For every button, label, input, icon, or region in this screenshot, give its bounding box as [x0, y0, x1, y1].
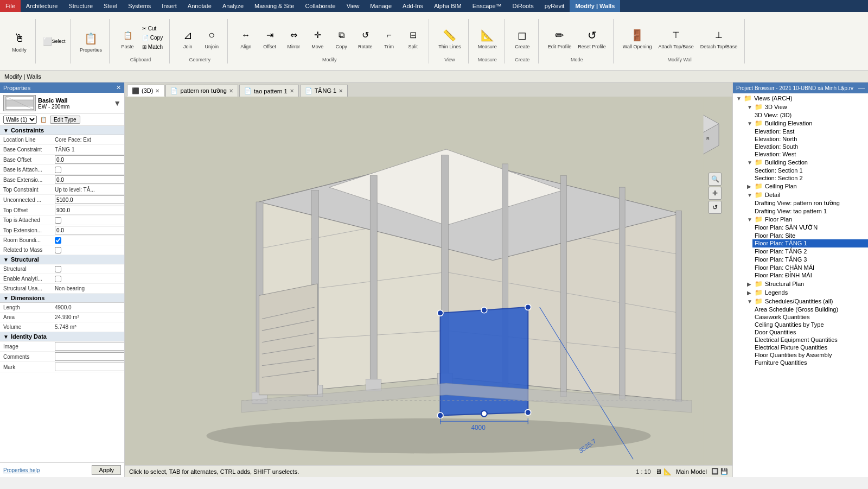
cut-button[interactable]: ✂ Cut — [140, 24, 165, 33]
select-button[interactable]: ⬜Select — [43, 31, 66, 52]
props-close-icon[interactable]: ✕ — [116, 84, 121, 91]
type-dropdown-arrow[interactable]: ▼ — [113, 99, 121, 107]
create-button[interactable]: ◻ Create — [511, 25, 534, 51]
pattern-tab-close[interactable]: ✕ — [229, 88, 233, 94]
detach-top-button[interactable]: ⊥ Detach Top/Base — [698, 25, 740, 51]
offset-button[interactable]: ⇥ Offset — [258, 25, 281, 51]
insert-menu[interactable]: Insert — [156, 0, 182, 12]
structural-header[interactable]: ▼ Structural — [0, 255, 124, 264]
3d-tab-close[interactable]: ✕ — [155, 88, 159, 94]
view-menu[interactable]: View — [341, 0, 365, 12]
pb-item-section2[interactable]: Section: Section 2 — [752, 174, 868, 182]
modify-walls-menu[interactable]: Modify | Walls — [570, 0, 620, 12]
tang1-tab-close[interactable]: ✕ — [339, 88, 343, 94]
pb-item-elec-fixture[interactable]: Electrical Fixture Quantities — [752, 344, 868, 351]
apply-button[interactable]: Apply — [92, 465, 121, 475]
pb-item-west[interactable]: Elevation: West — [752, 150, 868, 158]
addins-menu[interactable]: Add-Ins — [397, 0, 429, 12]
pb-elevation-header[interactable]: ▼ 📁 Building Elevation — [744, 119, 868, 128]
walls-count-select[interactable]: Walls (1) — [3, 116, 37, 124]
pb-item-furniture-qty[interactable]: Furniture Quantities — [752, 359, 868, 366]
image-input[interactable] — [55, 342, 124, 351]
systems-menu[interactable]: Systems — [123, 0, 156, 12]
pb-item-dinh-mai[interactable]: Floor Plan: ĐỈNH MÁI — [752, 271, 868, 280]
room-bounding-checkbox[interactable] — [55, 237, 61, 244]
pb-item-drafting-tao[interactable]: Drafting View: tao pattern 1 — [752, 207, 868, 215]
mark-input[interactable] — [55, 363, 124, 371]
pb-detail-header[interactable]: ▼ 📁 Detail — [744, 190, 868, 199]
steel-menu[interactable]: Steel — [98, 0, 123, 12]
pyrevit-menu[interactable]: pyRevit — [539, 0, 570, 12]
architecture-menu[interactable]: Architecture — [21, 0, 63, 12]
pb-item-casework[interactable]: Casework Quantities — [752, 313, 868, 321]
top-attached-checkbox[interactable] — [55, 217, 61, 224]
view-tab-pattern[interactable]: 📄 pattern ron tường ✕ — [165, 85, 238, 97]
annotate-menu[interactable]: Annotate — [182, 0, 217, 12]
structural-checkbox[interactable] — [55, 266, 61, 272]
properties-help-link[interactable]: Properties help — [3, 467, 40, 473]
move-button[interactable]: ✛ Move — [306, 25, 329, 51]
pb-schedules-header[interactable]: ▼ 📁 Schedules/Quantities (all) — [744, 297, 868, 306]
edit-type-button[interactable]: Edit Type — [50, 116, 80, 124]
related-mass-checkbox[interactable] — [55, 247, 61, 253]
pb-item-east[interactable]: Elevation: East — [752, 128, 868, 135]
pb-item-door-qty[interactable]: Door Quantities — [752, 328, 868, 336]
base-offset-input[interactable] — [55, 155, 124, 164]
unconnected-input[interactable] — [55, 195, 124, 204]
unjoin-button[interactable]: ○ Unjoin — [200, 25, 223, 51]
pb-item-site[interactable]: Floor Plan: Site — [752, 232, 868, 239]
identity-data-header[interactable]: ▼ Identity Data — [0, 332, 124, 341]
analyze-menu[interactable]: Analyze — [217, 0, 249, 12]
pb-item-tang1[interactable]: Floor Plan: TẦNG 1 — [752, 239, 868, 247]
massing-menu[interactable]: Massing & Site — [249, 0, 299, 12]
match-button[interactable]: ⊞ Match — [140, 43, 165, 51]
comments-input[interactable] — [55, 352, 124, 361]
pb-views-header[interactable]: ▼ 📁 Views (ARCH) — [733, 94, 868, 103]
modify-button[interactable]: 🖱 Modify — [8, 28, 31, 54]
pb-section-header[interactable]: ▼ 📁 Building Section — [744, 158, 868, 167]
constraints-header[interactable]: ▼ Constraints — [0, 126, 124, 135]
dimensions-header[interactable]: ▼ Dimensions — [0, 294, 124, 303]
manage-menu[interactable]: Manage — [365, 0, 397, 12]
view-tab-tang1[interactable]: 📄 TẦNG 1 ✕ — [300, 85, 348, 97]
attach-top-button[interactable]: ⊤ Attach Top/Base — [655, 25, 696, 51]
properties-ribbon-button[interactable]: 📋 Properties — [77, 28, 105, 54]
viewport[interactable]: FRONT R L 🔍 ✛ ↺ — [125, 97, 732, 465]
pb-ceiling-header[interactable]: ▶ 📁 Ceiling Plan — [744, 182, 868, 190]
pb-item-south[interactable]: Elevation: South — [752, 143, 868, 150]
view-tab-tao[interactable]: 📄 tao pattern 1 ✕ — [239, 85, 299, 97]
alphabim-menu[interactable]: Alpha BIM — [429, 0, 467, 12]
pb-item-floor-qty[interactable]: Floor Quantities by Assembly — [752, 351, 868, 359]
pb-item-san-vuon[interactable]: Floor Plan: SÂN VƯỜN — [752, 224, 868, 232]
top-offset-input[interactable] — [55, 206, 124, 214]
pb-item-section1[interactable]: Section: Section 1 — [752, 167, 868, 174]
copy-button[interactable]: 📄 Copy — [140, 34, 165, 42]
collaborate-menu[interactable]: Collaborate — [299, 0, 341, 12]
thin-lines-button[interactable]: 📏 Thin Lines — [436, 25, 464, 51]
pb-item-drafting-pattern[interactable]: Drafting View: pattern ron tường — [752, 199, 868, 207]
rotate-button[interactable]: ↺ Rotate — [354, 25, 376, 51]
split-button[interactable]: ⊟ Split — [401, 25, 424, 51]
pb-item-elec-equip[interactable]: Electrical Equipment Quantities — [752, 336, 868, 344]
file-menu[interactable]: File — [0, 0, 21, 12]
trim-button[interactable]: ⌐ Trim — [378, 25, 400, 51]
base-extension-input[interactable] — [55, 175, 124, 184]
enable-analytic-checkbox[interactable] — [55, 276, 61, 282]
structure-menu[interactable]: Structure — [63, 0, 98, 12]
pb-floorplan-header[interactable]: ▼ 📁 Floor Plan — [744, 215, 868, 224]
join-button[interactable]: ⊿ Join — [176, 25, 199, 51]
tao-tab-close[interactable]: ✕ — [290, 88, 294, 94]
enscape-menu[interactable]: Enscape™ — [467, 0, 507, 12]
pb-minimize-icon[interactable]: — — [858, 84, 865, 92]
view-tab-3d[interactable]: ⬛ (3D) ✕ — [127, 85, 164, 97]
top-extension-input[interactable] — [55, 226, 124, 234]
wall-opening-button[interactable]: 🚪 Wall Opening — [620, 25, 655, 51]
paste-button[interactable]: 📋 Paste — [116, 25, 139, 51]
pb-item-tang2[interactable]: Floor Plan: TẦNG 2 — [752, 247, 868, 256]
mirror-button[interactable]: ⇔ Mirror — [282, 25, 305, 51]
diroots-menu[interactable]: DiRoots — [507, 0, 539, 12]
pb-item-north[interactable]: Elevation: North — [752, 135, 868, 143]
pb-item-chan-mai[interactable]: Floor Plan: CHÂN MÁI — [752, 264, 868, 271]
pb-3dview-header[interactable]: ▼ 📁 3D View — [744, 103, 868, 111]
pb-item-tang3[interactable]: Floor Plan: TẦNG 3 — [752, 256, 868, 264]
